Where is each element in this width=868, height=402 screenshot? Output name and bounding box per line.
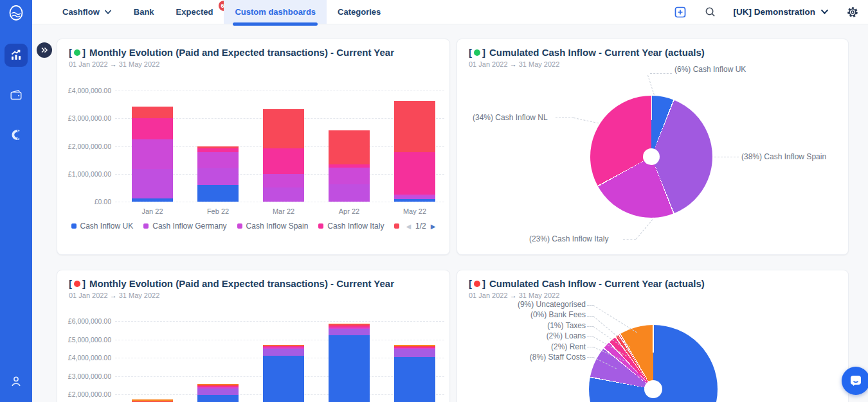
bar-segment — [394, 199, 435, 202]
sidebar-item-bank-wallet[interactable] — [5, 83, 28, 107]
pie-leader-line — [650, 73, 672, 74]
bracket: ] — [482, 47, 485, 58]
sidebar-item-user[interactable] — [5, 370, 28, 393]
pie-slice-label: (1%) Taxes — [457, 321, 586, 330]
sidebar-item-magnet[interactable] — [5, 123, 28, 146]
x-axis-tick: Feb 22 — [192, 207, 244, 215]
gridline — [115, 340, 444, 340]
company-switcher[interactable]: [UK] Demonstration — [734, 7, 829, 17]
legend-swatch — [143, 223, 149, 229]
tab-cashflow[interactable]: Cashflow — [51, 0, 123, 24]
bracket: ] — [82, 47, 86, 58]
bar-segment — [197, 389, 239, 396]
gridline — [115, 202, 444, 202]
card-title: [ ] Monthly Evolution (Paid and Expected… — [69, 278, 394, 289]
y-axis-tick: £0.00 — [57, 198, 111, 205]
sidebar-item-analytics[interactable] — [5, 44, 28, 67]
company-name: [UK] Demonstration — [734, 7, 816, 17]
chat-launcher-button[interactable] — [842, 367, 868, 395]
legend-swatch — [71, 223, 77, 229]
card-monthly-evolution-outflow: [ ] Monthly Evolution (Paid and Expected… — [57, 270, 450, 402]
card-date-range: 01 Jan 2022 → 31 May 2022 — [469, 60, 705, 68]
tab-custom-dashboards[interactable]: Custom dashboards — [224, 0, 327, 24]
bar-segment — [394, 101, 435, 152]
card-header: [ ] Cumulated Cash Inflow - Current Year… — [469, 47, 705, 68]
card-date-range: 01 Jan 2022 → 31 May 2022 — [469, 292, 705, 299]
status-dot — [474, 281, 480, 287]
chevron-left-icon[interactable]: ◀ — [406, 223, 411, 230]
bar-segment — [263, 347, 304, 349]
gridline — [115, 321, 444, 322]
status-dot — [74, 49, 80, 56]
status-dot — [74, 281, 80, 287]
add-widget-button[interactable] — [674, 6, 687, 19]
bracket: [ — [469, 47, 472, 58]
bar-segment — [329, 324, 370, 324]
y-axis-tick: £4,000,000.00 — [57, 354, 111, 362]
pie-leader-line — [636, 219, 653, 239]
dashboard-content: [ ] Monthly Evolution (Paid and Expected… — [32, 24, 868, 402]
brand-logo[interactable] — [0, 0, 32, 26]
bar-segment — [394, 348, 435, 349]
bar-segment — [394, 197, 435, 198]
sidebar — [0, 0, 32, 402]
bar-segment — [329, 164, 370, 168]
bar-chart-inflow: £0.00£1,000,000.00£2,000,000.00£3,000,00… — [57, 39, 449, 254]
card-cumulated-outflow-pie: [ ] Cumulated Cash Inflow - Current Year… — [457, 270, 849, 402]
card-header: [ ] Monthly Evolution (Paid and Expected… — [69, 278, 394, 299]
y-axis-tick: £3,000,000.00 — [57, 114, 111, 122]
bar-segment — [329, 326, 370, 328]
tab-categories[interactable]: Categories — [327, 0, 392, 24]
tab-expected[interactable]: Expected61 — [165, 0, 224, 24]
add-widget-icon — [674, 6, 687, 19]
pie-slice-label: (38%) Cash Inflow Spain — [741, 152, 826, 161]
bar-segment — [394, 347, 435, 348]
legend-swatch — [394, 223, 399, 229]
bar-segment — [394, 357, 435, 402]
bar-segment — [197, 148, 239, 152]
bracket: [ — [69, 278, 72, 289]
legend-item: Cash Inflow UK — [71, 222, 134, 231]
arrow-right-icon: → — [510, 60, 517, 68]
y-axis-tick: £2,000,000.00 — [57, 390, 111, 398]
bar-segment — [394, 152, 435, 195]
pie-leader-line — [593, 305, 637, 333]
gear-icon — [846, 6, 859, 19]
bracket: [ — [69, 47, 72, 58]
brand-logo-icon — [8, 4, 24, 21]
x-axis-tick: Mar 22 — [258, 207, 309, 215]
search-button[interactable] — [704, 6, 716, 18]
bar-segment — [329, 168, 370, 184]
legend-page-indicator: 1/2 — [415, 222, 426, 231]
app-root: CashflowBankExpected61Custom dashboardsC… — [0, 0, 868, 402]
chat-bubble-icon — [848, 373, 863, 389]
card-title: [ ] Cumulated Cash Inflow - Current Year… — [469, 278, 705, 289]
wallet-icon — [9, 88, 23, 102]
tab-bank[interactable]: Bank — [123, 0, 165, 24]
bar-segment — [263, 174, 304, 188]
bar-segment — [197, 146, 239, 148]
chevron-right-icon[interactable]: ▶ — [431, 223, 436, 230]
legend-swatch — [237, 223, 242, 229]
card-date-range: 01 Jan 2022 → 31 May 2022 — [69, 292, 394, 299]
topbar: CashflowBankExpected61Custom dashboardsC… — [32, 0, 868, 24]
user-icon — [9, 374, 23, 389]
bar-segment — [329, 184, 370, 202]
bar-segment — [197, 395, 239, 402]
card-header: [ ] Cumulated Cash Inflow - Current Year… — [469, 278, 705, 299]
sidebar-expand-button[interactable] — [37, 42, 52, 58]
pie-slice-label: (34%) Cash Inflow NL — [473, 113, 548, 122]
bar-segment — [329, 324, 370, 326]
bar-segment — [263, 349, 304, 356]
bar-segment — [329, 130, 370, 164]
arrow-right-icon: → — [110, 60, 117, 68]
chevron-down-icon — [104, 10, 112, 15]
card-date-range: 01 Jan 2022 → 31 May 2022 — [69, 60, 394, 68]
magnet-icon — [9, 128, 23, 142]
bar-segment — [132, 399, 173, 401]
settings-button[interactable] — [846, 6, 859, 19]
card-monthly-evolution-inflow: [ ] Monthly Evolution (Paid and Expected… — [57, 39, 450, 255]
bar-segment — [329, 329, 370, 335]
bar-segment — [263, 148, 304, 174]
legend-item — [394, 223, 399, 229]
